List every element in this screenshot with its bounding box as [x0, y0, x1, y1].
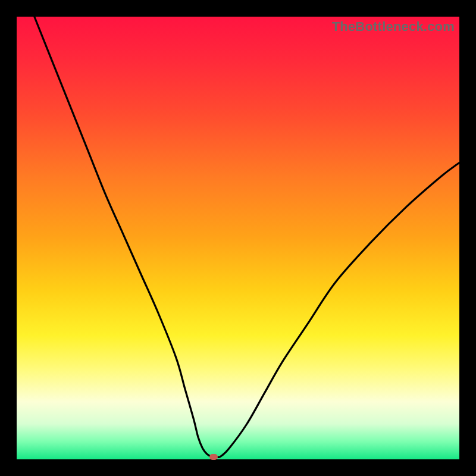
optimum-marker [209, 454, 218, 460]
chart-frame: TheBottleneck.com [0, 0, 476, 476]
bottleneck-curve [17, 17, 459, 459]
curve-path [35, 17, 459, 458]
plot-area: TheBottleneck.com [17, 17, 459, 459]
